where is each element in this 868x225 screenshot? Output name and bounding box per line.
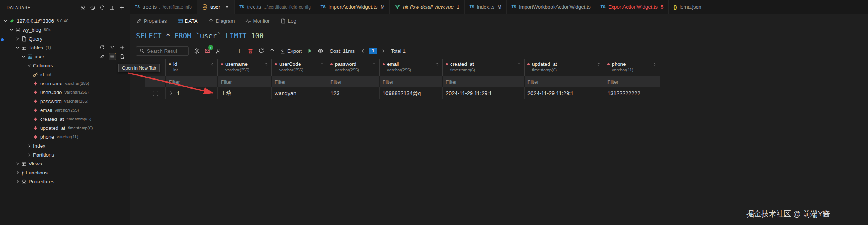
column-header-email[interactable]: emailvarchar(255) xyxy=(380,59,443,76)
tab-lerna-json[interactable]: {}lerna.json xyxy=(669,0,707,14)
twisty[interactable] xyxy=(15,36,21,41)
search-input[interactable] xyxy=(147,48,185,54)
open-in-editor-button[interactable] xyxy=(109,5,115,10)
run-sql-button[interactable] xyxy=(307,48,313,54)
tree-item-partitions[interactable]: Partitions xyxy=(0,150,130,159)
tree-item-col-phone[interactable]: phonevarchar(11) xyxy=(0,132,130,141)
column-header-created_at[interactable]: created_attimestamp(6) xyxy=(443,59,525,76)
new-query-button[interactable] xyxy=(119,53,126,60)
cell-email[interactable]: 1098882134@q xyxy=(380,87,443,99)
view-tab-monitor[interactable]: Monitor xyxy=(245,14,270,28)
sort-button[interactable] xyxy=(210,62,214,67)
column-header-userCode[interactable]: userCodevarchar(255) xyxy=(272,59,327,76)
column-header-password[interactable]: passwordvarchar(255) xyxy=(327,59,380,76)
sort-button[interactable] xyxy=(517,62,521,67)
cell-created_at[interactable]: 2024-11-29 11:29:1 xyxy=(443,87,525,99)
export-button[interactable]: Export xyxy=(280,48,302,54)
table-row[interactable]: 1王琰wangyan1231098882134@q2024-11-29 11:2… xyxy=(145,87,868,99)
tree-item-columns[interactable]: Columns xyxy=(0,61,130,70)
tree-item-connection[interactable]: 127.0.0.1@33068.0.40 xyxy=(0,16,130,25)
tree-item-col-email[interactable]: emailvarchar(255) xyxy=(0,106,130,115)
tree-item-col-id[interactable]: idint xyxy=(0,70,130,79)
tree-item-col-updated_at[interactable]: updated_attimestamp(6) xyxy=(0,123,130,132)
tree-item-query[interactable]: Query xyxy=(0,34,130,43)
account-button[interactable] xyxy=(215,48,221,54)
tree-item-index[interactable]: Index xyxy=(0,141,130,150)
refresh-button[interactable] xyxy=(100,5,105,10)
view-tab-data[interactable]: DATA xyxy=(177,14,198,28)
cell-id[interactable]: 1 xyxy=(166,87,218,99)
filter-tables-button[interactable] xyxy=(109,44,116,51)
row-checkbox[interactable] xyxy=(153,91,158,96)
filter-input-updated_at[interactable] xyxy=(527,79,601,85)
tree-item-col-userCode[interactable]: userCodevarchar(255) xyxy=(0,88,130,97)
filter-input-phone[interactable] xyxy=(607,79,657,85)
cell-username[interactable]: 王琰 xyxy=(218,87,272,99)
settings-button[interactable] xyxy=(80,5,86,10)
column-header-phone[interactable]: phonevarchar(11) xyxy=(604,59,660,76)
tree-item-col-username[interactable]: usernamevarchar(255) xyxy=(0,79,130,88)
twisty[interactable] xyxy=(27,143,33,148)
twisty[interactable] xyxy=(27,63,33,68)
tab-tree-ts-2[interactable]: TStree.ts...\certificate-field-config xyxy=(235,0,316,14)
tab-tree-ts-1[interactable]: TStree.ts...\certificate-info xyxy=(130,0,197,14)
twisty[interactable] xyxy=(21,54,27,59)
tab-export-action-widget[interactable]: TSExportActionWidget.ts5 xyxy=(596,0,669,14)
filter-input-email[interactable] xyxy=(383,79,439,85)
next-page-button[interactable] xyxy=(381,48,386,54)
view-tab-properties[interactable]: Properties xyxy=(136,14,167,28)
twisty[interactable] xyxy=(3,18,9,23)
tab-index-ts[interactable]: TSindex.tsM xyxy=(465,0,507,14)
tree-item-tables[interactable]: Tables(1) xyxy=(0,43,130,52)
column-header-updated_at[interactable]: updated_attimestamp(6) xyxy=(525,59,604,76)
tree-item-views[interactable]: Views xyxy=(0,159,130,168)
tab-hk-flow-detail-view[interactable]: hk-flow-detail-view.vue1 xyxy=(390,0,465,14)
tree-item-functions[interactable]: ƒFunctions xyxy=(0,168,130,177)
filter-input-created_at[interactable] xyxy=(446,79,521,85)
view-tab-diagram[interactable]: Diagram xyxy=(208,14,235,28)
delete-row-button[interactable] xyxy=(248,48,254,54)
sql-statement[interactable]: SELECT * FROM `user` LIMIT 100 xyxy=(130,28,868,43)
edit-table-button[interactable] xyxy=(99,53,106,60)
cell-password[interactable]: 123 xyxy=(327,87,380,99)
tree-item-database-wy-blog[interactable]: wy_blog80k xyxy=(0,25,130,34)
tab-import-action-widget[interactable]: TSImportActionWidget.tsM xyxy=(316,0,390,14)
filter-input-id[interactable] xyxy=(169,79,214,85)
messages-button[interactable]: 1 xyxy=(204,48,210,54)
filter-input-username[interactable] xyxy=(221,79,268,85)
settings-button[interactable] xyxy=(194,48,200,54)
cell-userCode[interactable]: wangyan xyxy=(272,87,327,99)
cell-updated_at[interactable]: 2024-11-29 11:29:1 xyxy=(525,87,604,99)
tab-close-button[interactable] xyxy=(225,4,229,9)
add-row-button[interactable] xyxy=(226,48,232,54)
open-in-new-tab-button[interactable] xyxy=(109,53,116,60)
tab-user[interactable]: user xyxy=(197,0,235,14)
cell-phone[interactable]: 13122222222 xyxy=(604,87,660,99)
twisty[interactable] xyxy=(27,152,33,157)
twisty[interactable] xyxy=(15,179,21,184)
sort-button[interactable] xyxy=(652,62,657,67)
filter-input-userCode[interactable] xyxy=(275,79,324,85)
tree-item-table-user[interactable]: user xyxy=(0,52,130,61)
tree-item-procedures[interactable]: Procedures xyxy=(0,177,130,186)
add-column-button[interactable] xyxy=(237,48,243,54)
filter-input-password[interactable] xyxy=(330,79,376,85)
sort-button[interactable] xyxy=(320,62,324,67)
sort-button[interactable] xyxy=(264,62,268,67)
tree-item-col-password[interactable]: passwordvarchar(255) xyxy=(0,97,130,106)
history-button[interactable] xyxy=(90,5,96,10)
twisty[interactable] xyxy=(15,161,21,166)
sort-button[interactable] xyxy=(372,62,376,67)
sort-button[interactable] xyxy=(435,62,439,67)
add-connection-button[interactable] xyxy=(119,5,125,10)
column-header-username[interactable]: usernamevarchar(255) xyxy=(218,59,272,76)
row-expand-button[interactable] xyxy=(169,91,174,96)
column-header-id[interactable]: idint xyxy=(166,59,218,76)
commit-button[interactable] xyxy=(269,48,275,54)
refresh-result-button[interactable] xyxy=(258,48,264,54)
preview-sql-button[interactable] xyxy=(317,48,323,54)
twisty[interactable] xyxy=(9,27,15,32)
prev-page-button[interactable] xyxy=(360,48,365,54)
view-tab-log[interactable]: Log xyxy=(280,14,297,28)
add-table-button[interactable] xyxy=(119,44,126,51)
